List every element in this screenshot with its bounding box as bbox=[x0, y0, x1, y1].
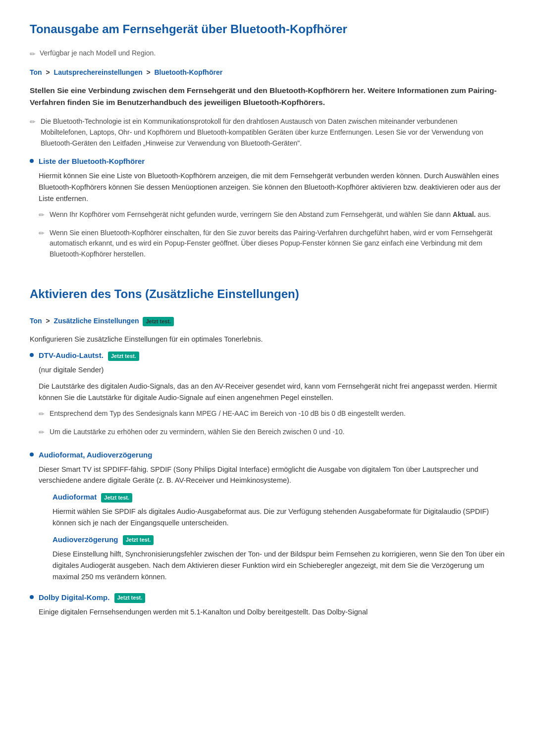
breadcrumb-zusatzliche[interactable]: Zusätzliche Einstellungen bbox=[54, 317, 139, 325]
pencil-icon-2: ✏ bbox=[30, 117, 36, 128]
section1-title: Tonausgabe am Fernsehgerät über Bluetoot… bbox=[30, 20, 505, 41]
section1-intro: Stellen Sie eine Verbindung zwischen dem… bbox=[30, 85, 505, 108]
list-item-dtv: DTV-Audio-Lautst. Jetzt test. (nur digit… bbox=[30, 350, 505, 445]
sub-notes-1: ✏ Wenn Ihr Kopfhörer vom Fernsehgerät ni… bbox=[39, 209, 505, 260]
sub-note-1b-text: Wenn Sie einen Bluetooth-Kopfhörer einsc… bbox=[50, 228, 505, 260]
bullet-dot-1 bbox=[30, 159, 34, 163]
available-note: ✏ Verfügbar je nach Modell und Region. bbox=[30, 48, 505, 59]
sub-heading-audioverzögerung: Audioverzögerung Jetzt test. bbox=[53, 534, 505, 546]
breadcrumb-sep3: > bbox=[46, 317, 50, 325]
audioformat-sub-block: Audioformat Jetzt test. Hiermit wählen S… bbox=[39, 491, 505, 583]
bullet-content-dtv: DTV-Audio-Lautst. Jetzt test. (nur digit… bbox=[39, 350, 505, 445]
bullet-content-dolby: Dolby Digital-Komp. Jetzt test. Einige d… bbox=[39, 592, 505, 623]
section1-bullet-list: Liste der Bluetooth-Kopfhörer Hiermit kö… bbox=[30, 155, 505, 266]
jetzt-badge-dolby: Jetzt test. bbox=[114, 593, 146, 603]
section2-intro: Konfigurieren Sie zusätzliche Einstellun… bbox=[30, 334, 505, 345]
list-item-audioformat: Audioformat, Audioverzögerung Dieser Sma… bbox=[30, 449, 505, 588]
breadcrumb-ton-1[interactable]: Ton bbox=[30, 68, 42, 76]
dtv-subnote-2-text: Um die Lautstärke zu erhöhen oder zu ver… bbox=[50, 427, 344, 438]
bullet-label-dolby: Dolby Digital-Komp. Jetzt test. bbox=[39, 592, 505, 604]
pencil-icon-4: ✏ bbox=[39, 228, 45, 239]
dtv-desc: Die Lautstärke des digitalen Audio-Signa… bbox=[39, 381, 505, 403]
bullet-content-1: Liste der Bluetooth-Kopfhörer Hiermit kö… bbox=[39, 155, 505, 266]
jetzt-badge-audioformat: Jetzt test. bbox=[101, 493, 132, 503]
audioformat-sub-desc: Hiermit wählen Sie SPDIF als digitales A… bbox=[53, 506, 505, 529]
breadcrumb-ton-2[interactable]: Ton bbox=[30, 317, 42, 325]
bullet-label-audioformat: Audioformat, Audioverzögerung bbox=[39, 449, 505, 461]
available-note-text: Verfügbar je nach Modell und Region. bbox=[40, 48, 156, 58]
pencil-icon-6: ✏ bbox=[39, 427, 45, 438]
bullet-label-bluetooth: Liste der Bluetooth-Kopfhörer bbox=[39, 155, 505, 167]
jetzt-badge-main: Jetzt test. bbox=[143, 317, 174, 327]
breadcrumb-1: Ton > Lautsprechereinstellungen > Blueto… bbox=[30, 67, 505, 78]
dtv-sub-notes: ✏ Entsprechend dem Typ des Sendesignals … bbox=[39, 408, 505, 438]
dtv-subnote-1: ✏ Entsprechend dem Typ des Sendesignals … bbox=[39, 408, 505, 420]
list-item-bluetooth-kopfhorer: Liste der Bluetooth-Kopfhörer Hiermit kö… bbox=[30, 155, 505, 266]
bullet-dot-2 bbox=[30, 353, 34, 357]
breadcrumb-lautsprechereinstellungen[interactable]: Lautsprechereinstellungen bbox=[54, 68, 143, 76]
audioformat-desc: Dieser Smart TV ist SPDIFF-fähig. SPDIF … bbox=[39, 464, 505, 487]
jetzt-badge-dtv: Jetzt test. bbox=[108, 352, 139, 361]
dtv-subdesc: (nur digitale Sender) bbox=[39, 364, 505, 376]
bullet-dot-3 bbox=[30, 453, 34, 456]
bullet-label-dtv: DTV-Audio-Lautst. Jetzt test. bbox=[39, 350, 505, 361]
sub-heading-audioformat: Audioformat Jetzt test. bbox=[53, 491, 505, 503]
bullet-desc-bluetooth: Hiermit können Sie eine Liste von Blueto… bbox=[39, 170, 505, 204]
list-item-dolby: Dolby Digital-Komp. Jetzt test. Einige d… bbox=[30, 592, 505, 623]
breadcrumb-bluetooth[interactable]: Bluetooth-Kopfhörer bbox=[155, 68, 223, 76]
dtv-subnote-1-text: Entsprechend dem Typ des Sendesignals ka… bbox=[50, 408, 406, 419]
sub-note-1a: ✏ Wenn Ihr Kopfhörer vom Fernsehgerät ni… bbox=[39, 209, 505, 221]
sub-note-1a-text: Wenn Ihr Kopfhörer vom Fernsehgerät nich… bbox=[50, 209, 491, 220]
bullet-dot-4 bbox=[30, 595, 34, 599]
section2-bullet-list: DTV-Audio-Lautst. Jetzt test. (nur digit… bbox=[30, 350, 505, 622]
dtv-subnote-2: ✏ Um die Lautstärke zu erhöhen oder zu v… bbox=[39, 427, 505, 438]
breadcrumb-2: Ton > Zusätzliche Einstellungen Jetzt te… bbox=[30, 315, 505, 326]
pencil-icon-5: ✏ bbox=[39, 409, 45, 420]
pencil-icon-3: ✏ bbox=[39, 210, 45, 221]
dolby-desc: Einige digitalen Fernsehsendungen werden… bbox=[39, 606, 505, 618]
breadcrumb-sep1: > bbox=[46, 68, 50, 76]
sub-note-1b: ✏ Wenn Sie einen Bluetooth-Kopfhörer ein… bbox=[39, 228, 505, 260]
pencil-icon-1: ✏ bbox=[30, 49, 36, 59]
section1-note1: ✏ Die Bluetooth-Technologie ist ein Komm… bbox=[30, 116, 505, 149]
audioverzögerung-sub-desc: Diese Einstellung hilft, Synchronisierun… bbox=[53, 549, 505, 583]
bullet-content-audio: Audioformat, Audioverzögerung Dieser Sma… bbox=[39, 449, 505, 588]
jetzt-badge-audioverzögerung: Jetzt test. bbox=[123, 535, 154, 545]
section2-title: Aktivieren des Tons (Zusätzliche Einstel… bbox=[30, 285, 505, 305]
breadcrumb-sep2: > bbox=[146, 68, 150, 76]
section1-note1-text: Die Bluetooth-Technologie ist ein Kommun… bbox=[41, 116, 505, 149]
section-divider: Aktivieren des Tons (Zusätzliche Einstel… bbox=[30, 285, 505, 305]
